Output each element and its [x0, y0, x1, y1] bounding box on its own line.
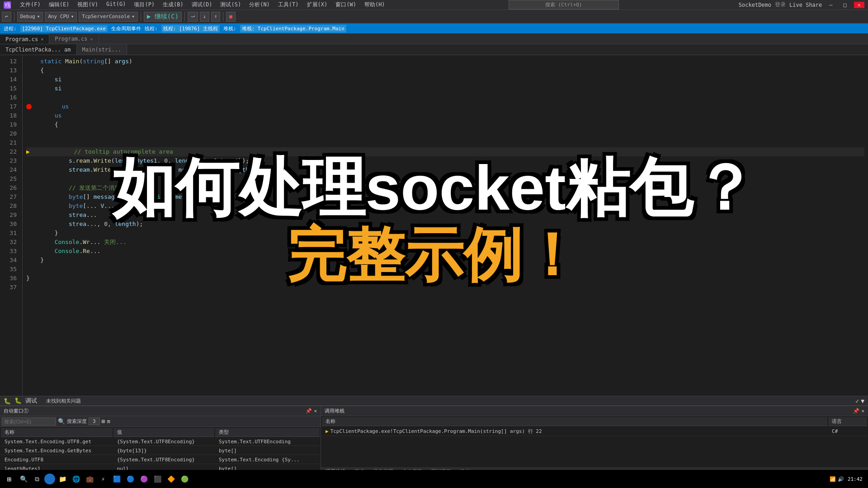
table-row[interactable]: ▶TcpClientPackage.exe!TcpClientPackage.P…: [322, 427, 867, 436]
table-row[interactable]: System.Text.Encoding.GetBytes {byte[13]}…: [1, 447, 320, 455]
taskbar-icon-2[interactable]: 💼: [83, 473, 96, 485]
cs-lang-header: 语言: [828, 417, 867, 426]
menu-help[interactable]: 帮助(H): [361, 0, 389, 9]
taskbar-icon-9[interactable]: 🟢: [178, 473, 191, 485]
cs-lang: C#: [828, 427, 867, 436]
taskbar-right: 📶 🔊 21:42: [830, 476, 866, 482]
step-over-btn[interactable]: ⤻: [188, 12, 198, 22]
separator: [14, 12, 14, 21]
menu-ext[interactable]: 扩展(X): [303, 0, 331, 9]
menu-analyze[interactable]: 分析(N): [245, 0, 274, 9]
no-issues-text: 未找到相关问题: [46, 398, 81, 404]
menu-view[interactable]: 视图(V): [74, 0, 102, 9]
call-stack-table: 名称 语言 ▶TcpClientPackage.exe!TcpClientPac…: [321, 416, 868, 437]
menu-test[interactable]: 测试(S): [217, 0, 245, 9]
menu-project[interactable]: 项目(P): [130, 0, 158, 9]
menu-edit[interactable]: 编辑(E): [45, 0, 73, 9]
project-dropdown[interactable]: TcpServerConsole▾: [79, 12, 138, 22]
menu-bar: 文件(F) 编辑(E) 视图(V) Git(G) 项目(P) 生成(B) 调试(…: [16, 0, 389, 9]
debug-bar: 进程: [22960] TcpClientPackage.exe 生命周期事件 …: [0, 23, 868, 33]
debug-mode-dropdown[interactable]: Debug▾: [17, 12, 43, 22]
editor-tab-main[interactable]: Main(stri...: [77, 44, 127, 55]
var-name: System.Text.Encoding.UTF8.get: [1, 438, 113, 446]
code-content[interactable]: static Main(string[] args) { si si us us…: [23, 55, 868, 396]
taskbar-icon-5[interactable]: 🔵: [124, 473, 137, 485]
taskbar-edge[interactable]: [44, 474, 55, 484]
taskbar-icon-8[interactable]: 🔶: [165, 473, 177, 485]
stop-btn[interactable]: ■: [226, 12, 236, 22]
var-type: byte[]: [215, 447, 320, 455]
col-name-header: 名称: [1, 428, 113, 437]
title-bar-left: VS 文件(F) 编辑(E) 视图(V) Git(G) 项目(P) 生成(B) …: [4, 0, 389, 9]
live-share-btn[interactable]: Live Share: [789, 2, 822, 8]
find-bar: 🐛 🐛 调试 未找到相关问题 ✓ ▼: [0, 396, 868, 406]
code-line: Console.Wr... 关闭...: [26, 238, 864, 247]
line-numbers: 1213141516 1718192021 2223242526 2728293…: [0, 55, 23, 396]
debug-thread-dropdown[interactable]: 线程: [19876] 主线程: [161, 25, 220, 33]
var-type: System.Text.Encoding {Sy...: [215, 456, 320, 464]
menu-window[interactable]: 窗口(W): [332, 0, 360, 9]
step-into-btn[interactable]: ↓: [200, 12, 209, 22]
col-value-header: 值: [113, 428, 214, 437]
undo-btn[interactable]: ↩: [2, 12, 11, 22]
search-box[interactable]: 搜索 (Ctrl+Q): [509, 0, 619, 9]
call-stack: 调用堆栈 📌 ✕ 名称 语言 ▶TcpClientPackage.exe!Tcp…: [321, 406, 868, 478]
code-line: si: [26, 84, 864, 93]
taskbar-icon-1[interactable]: 🌐: [70, 473, 82, 485]
taskbar-task-view[interactable]: ⧉: [31, 473, 43, 485]
panel-close-icon[interactable]: ✕: [314, 408, 317, 414]
taskbar-search[interactable]: 🔍: [17, 473, 30, 485]
tab-close-icon[interactable]: ✕: [41, 37, 43, 42]
play-continue-btn[interactable]: ▶ 继续(C): [144, 12, 182, 22]
taskbar-icon-3[interactable]: ⚡: [97, 473, 109, 485]
table-row[interactable]: Encoding.UTF8 {System.Text.UTF8Encoding}…: [1, 456, 320, 464]
close-btn[interactable]: ✕: [854, 2, 864, 8]
debug-process-dropdown[interactable]: [22960] TcpClientPackage.exe: [20, 25, 108, 32]
cpu-dropdown[interactable]: Any CPU▾: [45, 12, 77, 22]
current-frame-icon: ▶: [326, 428, 329, 434]
current-line-arrow: ▶: [26, 147, 30, 156]
maximize-btn[interactable]: □: [840, 2, 850, 8]
minimize-btn[interactable]: —: [826, 2, 836, 8]
panel-pin-icon[interactable]: 📌: [306, 408, 312, 414]
step-out-btn[interactable]: ↑: [211, 12, 221, 22]
tab-close-icon2[interactable]: ✕: [90, 37, 93, 42]
editor-breadcrumb-tabs: TcpClientPacka... am Main(stri...: [0, 44, 868, 55]
code-line: Console.Re...: [26, 247, 864, 256]
auto-panel-toolbar: 🔍 搜索深度 3 ⊞ ≡: [0, 416, 321, 427]
auto-panel-header: 自动窗口① 📌 ✕: [0, 406, 321, 416]
search-ctrl-e[interactable]: [2, 418, 56, 426]
taskbar-icon-6[interactable]: 🟣: [137, 473, 150, 485]
menu-tools[interactable]: 工具(T): [274, 0, 302, 9]
separator2: [141, 12, 141, 21]
taskbar-icon-4[interactable]: 🟦: [110, 473, 123, 485]
tray-icons: 📶 🔊: [830, 476, 844, 482]
tab-label2: Program.cs: [55, 36, 87, 42]
code-line: }: [26, 229, 864, 238]
taskbar-explorer[interactable]: 📁: [56, 473, 69, 485]
editor-tab-client[interactable]: TcpClientPacka... am: [0, 44, 77, 55]
tab-program-cs-1[interactable]: Program.cs ✕: [0, 34, 49, 44]
bottom-area: 自动窗口① 📌 ✕ 🔍 搜索深度 3 ⊞ ≡ 名称 值 类型: [0, 406, 868, 478]
code-line: s.ream.Write(lengthBytes1, 0, lengthByte…: [26, 156, 864, 165]
tray-network: 📶: [830, 476, 836, 482]
cs-name: ▶TcpClientPackage.exe!TcpClientPackage.P…: [322, 427, 827, 436]
windows-start-btn[interactable]: ⊞: [2, 472, 16, 486]
call-stack-controls: 📌 ✕: [853, 408, 864, 414]
menu-build[interactable]: 生成(B): [159, 0, 187, 9]
code-line: [26, 174, 864, 183]
code-line: strea...: [26, 211, 864, 220]
code-line: stream.Write(messageBytes1, 0, messageBy…: [26, 165, 864, 174]
debug-stack-dropdown[interactable]: 堆栈: TcpClientPackage.Program.Main: [240, 25, 346, 33]
code-line: [26, 138, 864, 147]
menu-git[interactable]: Git(G): [103, 0, 129, 9]
table-row[interactable]: System.Text.Encoding.UTF8.get {System.Te…: [1, 438, 320, 446]
menu-debug[interactable]: 调试(D): [188, 0, 216, 9]
menu-file[interactable]: 文件(F): [16, 0, 44, 9]
taskbar-icon-7[interactable]: ⬛: [151, 473, 164, 485]
separator4: [223, 12, 223, 21]
pin-icon[interactable]: 📌: [853, 408, 859, 414]
close-icon[interactable]: ✕: [861, 408, 864, 414]
tab-program-cs-2[interactable]: Program.cs ✕: [49, 34, 99, 44]
tray-sound: 🔊: [838, 476, 844, 482]
